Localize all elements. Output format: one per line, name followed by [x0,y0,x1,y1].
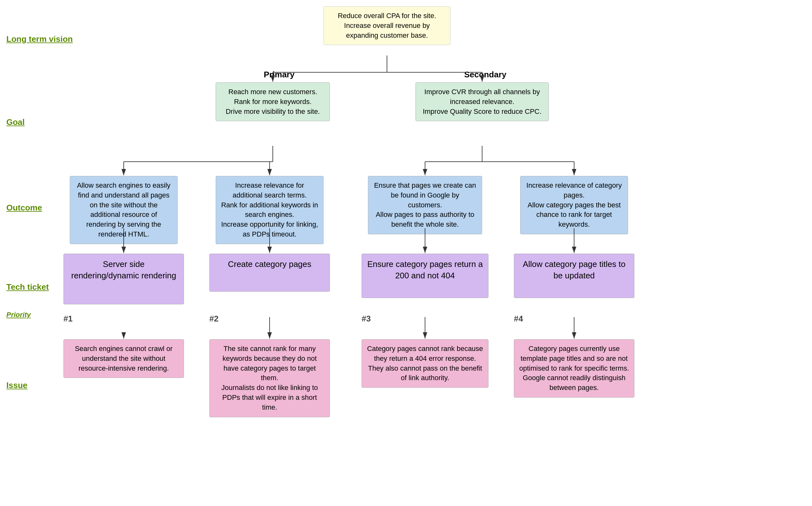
ticket-2-text: Create category pages [228,259,311,269]
goal-primary-text: Reach more new customers. Rank for more … [226,88,320,115]
outcome-3: Ensure that pages we create can be found… [368,176,482,234]
outcome-4-text: Increase relevance of category pages. Al… [526,181,622,228]
ticket-3-text: Ensure category pages return a 200 and n… [367,259,483,280]
priority-2: #2 [209,314,219,324]
page-container: Long term vision Goal Outcome Tech ticke… [0,0,812,506]
issue-1: Search engines cannot crawl or understan… [64,339,184,378]
issue-4: Category pages currently use template pa… [514,339,634,398]
issue-1-text: Search engines cannot crawl or understan… [75,345,173,372]
ticket-1: Server side rendering/dynamic rendering [64,254,184,304]
vision-box: Reduce overall CPA for the site. Increas… [324,6,451,45]
label-priority: Priority [6,311,31,319]
label-vision: Long term vision [6,34,73,44]
goal-secondary: Improve CVR through all channels by incr… [415,82,549,121]
primary-label: Primary [235,70,324,80]
outcome-2: Increase relevance for additional search… [216,176,324,244]
issue-3: Category pages cannot rank because they … [361,339,488,388]
ticket-4: Allow category page titles to be updated [514,254,634,298]
issue-3-text: Category pages cannot rank because they … [367,345,483,382]
ticket-1-text: Server side rendering/dynamic rendering [71,259,176,280]
outcome-1: Allow search engines to easily find and … [70,176,178,244]
priority-3: #3 [361,314,371,324]
label-goal: Goal [6,117,25,127]
outcome-4: Increase relevance of category pages. Al… [520,176,628,234]
priority-1: #1 [64,314,73,324]
issue-4-text: Category pages currently use template pa… [519,345,629,392]
goal-primary: Reach more new customers. Rank for more … [216,82,330,121]
ticket-3: Ensure category pages return a 200 and n… [361,254,488,298]
vision-text: Reduce overall CPA for the site. Increas… [338,12,436,39]
ticket-4-text: Allow category page titles to be updated [523,259,626,280]
issue-2-text: The site cannot rank for many keywords b… [221,345,318,411]
outcome-3-text: Ensure that pages we create can be found… [374,181,476,228]
goal-secondary-text: Improve CVR through all channels by incr… [423,88,542,115]
issue-2: The site cannot rank for many keywords b… [209,339,330,417]
label-issue: Issue [6,381,27,390]
secondary-label: Secondary [431,70,539,80]
arrows-svg [0,0,812,506]
outcome-2-text: Increase relevance for additional search… [221,181,318,238]
outcome-1-text: Allow search engines to easily find and … [77,181,171,238]
label-tech-ticket: Tech ticket [6,282,49,292]
ticket-2: Create category pages [209,254,330,292]
priority-4: #4 [514,314,523,324]
label-outcome: Outcome [6,203,42,213]
